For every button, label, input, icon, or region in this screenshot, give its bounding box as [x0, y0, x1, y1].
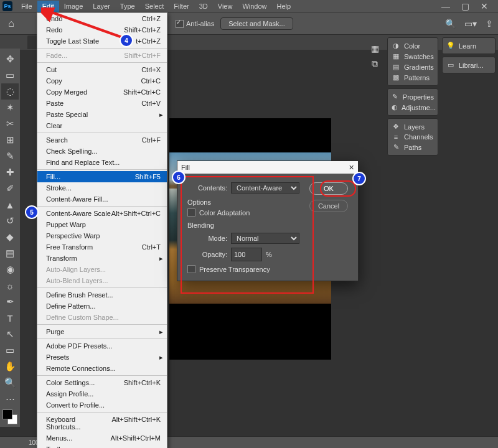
ok-button[interactable]: OK	[309, 182, 348, 195]
blur-tool-icon[interactable]: ◉	[1, 261, 19, 278]
menu-item-define-pattern[interactable]: Define Pattern...	[37, 301, 167, 312]
menu-item-label: Auto-Align Layers...	[46, 266, 106, 273]
panel-color[interactable]: ◑Color	[389, 40, 436, 51]
opacity-unit: %	[266, 251, 272, 258]
frame-tool-icon[interactable]: ⊞	[1, 132, 19, 148]
menu-item-check-spelling[interactable]: Check Spelling...	[37, 146, 167, 157]
menu-item-toolbar[interactable]: Toolbar...	[37, 444, 167, 448]
menu-item-shortcut: Ctrl+C	[141, 77, 161, 85]
menu-item-keyboard-shortcuts[interactable]: Keyboard Shortcuts...Alt+Shift+Ctrl+K	[37, 414, 167, 432]
dialog-close-icon[interactable]: ✕	[349, 164, 354, 172]
hand-tool-icon[interactable]: ✋	[1, 358, 19, 375]
type-tool-icon[interactable]: T	[1, 310, 19, 326]
menu-item-content-aware-scale[interactable]: Content-Aware ScaleAlt+Shift+Ctrl+C	[37, 208, 167, 219]
menu-item-shortcut: Ctrl+V	[141, 100, 161, 107]
crop-tool-icon[interactable]: ✂	[1, 116, 19, 132]
gradient-tool-icon[interactable]: ▤	[1, 245, 19, 261]
panel-learn[interactable]: 💡Learn	[444, 40, 494, 51]
menu-item-find-and-replace-text[interactable]: Find and Replace Text...	[37, 157, 167, 168]
menu-item-puppet-warp[interactable]: Puppet Warp	[37, 219, 167, 230]
menu-item-paste-special[interactable]: Paste Special▸	[37, 109, 167, 120]
menu-item-cut[interactable]: CutCtrl+X	[37, 64, 167, 75]
move-tool-icon[interactable]: ✥	[1, 51, 19, 67]
panel-adjustments[interactable]: ◐Adjustme...	[389, 102, 436, 113]
marquee-tool-icon[interactable]: ▭	[1, 67, 19, 83]
workspace-icon[interactable]: ▭▾	[464, 19, 477, 29]
menu-item-stroke[interactable]: Stroke...	[37, 182, 167, 194]
panel-gradients[interactable]: ▤Gradients	[389, 62, 436, 72]
menu-view[interactable]: View	[213, 1, 238, 12]
panel-paths[interactable]: ✎Paths	[389, 142, 436, 152]
stamp-tool-icon[interactable]: ▲	[1, 197, 19, 213]
panel-channels[interactable]: ≡Channels	[389, 132, 436, 142]
menu-item-content-aware-fill[interactable]: Content-Aware Fill...	[37, 194, 167, 205]
preserve-transparency-checkbox[interactable]: Preserve Transparency	[187, 265, 304, 273]
panel-patterns[interactable]: ▩Patterns	[389, 72, 436, 83]
path-tool-icon[interactable]: ↖	[1, 326, 19, 342]
panel-libraries[interactable]: ▭Librari...	[444, 60, 494, 70]
menu-item-perspective-warp[interactable]: Perspective Warp	[37, 230, 167, 241]
menu-item-label: Keyboard Shortcuts...	[46, 416, 111, 431]
opacity-input[interactable]	[231, 248, 262, 261]
antialias-label: Anti-alias	[186, 20, 214, 27]
menu-item-purge[interactable]: Purge▸	[37, 326, 167, 337]
menu-item-copy-merged[interactable]: Copy MergedShift+Ctrl+C	[37, 86, 167, 98]
menu-item-assign-profile[interactable]: Assign Profile...	[37, 388, 167, 399]
dialog-titlebar[interactable]: Fill ✕	[177, 161, 358, 174]
callout-badge-4: 4	[120, 34, 133, 47]
pen-tool-icon[interactable]: ✒	[1, 294, 19, 310]
window-close-icon[interactable]: ✕	[481, 1, 488, 11]
eraser-tool-icon[interactable]: ◆	[1, 229, 19, 245]
history-brush-tool-icon[interactable]: ↺	[1, 213, 19, 229]
edit-toolbar-icon[interactable]: ⋯	[1, 391, 19, 407]
menu-item-transform[interactable]: Transform▸	[37, 253, 167, 264]
brush-tool-icon[interactable]: ✐	[1, 180, 19, 197]
heal-tool-icon[interactable]: ✚	[1, 164, 19, 180]
menu-item-menus[interactable]: Menus...Alt+Shift+Ctrl+M	[37, 432, 167, 444]
cancel-button[interactable]: Cancel	[309, 200, 348, 212]
wand-tool-icon[interactable]: ✶	[1, 100, 19, 116]
menu-item-presets[interactable]: Presets▸	[37, 352, 167, 363]
menu-file[interactable]: File	[16, 1, 37, 12]
shape-tool-icon[interactable]: ▭	[1, 342, 19, 358]
home-icon[interactable]: ⌂	[5, 17, 17, 30]
menu-item-clear[interactable]: Clear	[37, 120, 167, 131]
mode-select[interactable]: Normal	[231, 233, 299, 244]
svg-line-0	[49, 11, 122, 37]
lasso-tool-icon[interactable]: ◌	[1, 83, 19, 100]
share-icon[interactable]: ⇪	[486, 19, 493, 29]
contents-select[interactable]: Content-Aware	[231, 182, 299, 194]
eyedropper-tool-icon[interactable]: ✎	[1, 148, 19, 164]
menu-3d[interactable]: 3D	[194, 1, 213, 12]
menu-window[interactable]: Window	[237, 1, 271, 12]
color-swatch[interactable]	[2, 409, 17, 424]
window-minimize-icon[interactable]: —	[441, 1, 450, 11]
menu-item-search[interactable]: SearchCtrl+F	[37, 134, 167, 146]
menu-item-define-brush-preset[interactable]: Define Brush Preset...	[37, 289, 167, 301]
menu-item-convert-to-profile[interactable]: Convert to Profile...	[37, 399, 167, 411]
zoom-tool-icon[interactable]: 🔍	[1, 375, 19, 391]
menu-item-copy[interactable]: CopyCtrl+C	[37, 75, 167, 86]
panel-properties[interactable]: ✎Properties	[389, 91, 436, 102]
menu-item-remote-connections[interactable]: Remote Connections...	[37, 363, 167, 374]
menu-item-label: Define Brush Preset...	[46, 291, 113, 299]
brushes-icon[interactable]: ⧉	[372, 58, 378, 69]
menu-select[interactable]: Select	[140, 1, 169, 12]
antialias-checkbox[interactable]: Anti-alias	[176, 20, 214, 28]
menu-help[interactable]: Help	[272, 1, 296, 12]
window-restore-icon[interactable]: ▢	[461, 1, 469, 11]
color-adaptation-checkbox[interactable]: Color Adaptation	[187, 208, 304, 217]
menu-item-color-settings[interactable]: Color Settings...Shift+Ctrl+K	[37, 377, 167, 388]
menu-item-free-transform[interactable]: Free TransformCtrl+T	[37, 241, 167, 253]
panel-layers[interactable]: ❖Layers	[389, 121, 436, 132]
menu-item-fill[interactable]: Fill...Shift+F5	[37, 171, 167, 182]
select-and-mask-button[interactable]: Select and Mask...	[220, 17, 293, 30]
menu-filter[interactable]: Filter	[169, 1, 194, 12]
menu-item-paste[interactable]: PasteCtrl+V	[37, 98, 167, 109]
panel-swatches[interactable]: ▦Swatches	[389, 51, 436, 62]
dodge-tool-icon[interactable]: ☼	[1, 278, 19, 294]
search-icon[interactable]: 🔍	[445, 19, 456, 29]
menu-item-adobe-pdf-presets[interactable]: Adobe PDF Presets...	[37, 340, 167, 352]
menu-item-label: Purge	[46, 328, 64, 335]
history-icon[interactable]: ▦	[371, 44, 379, 54]
